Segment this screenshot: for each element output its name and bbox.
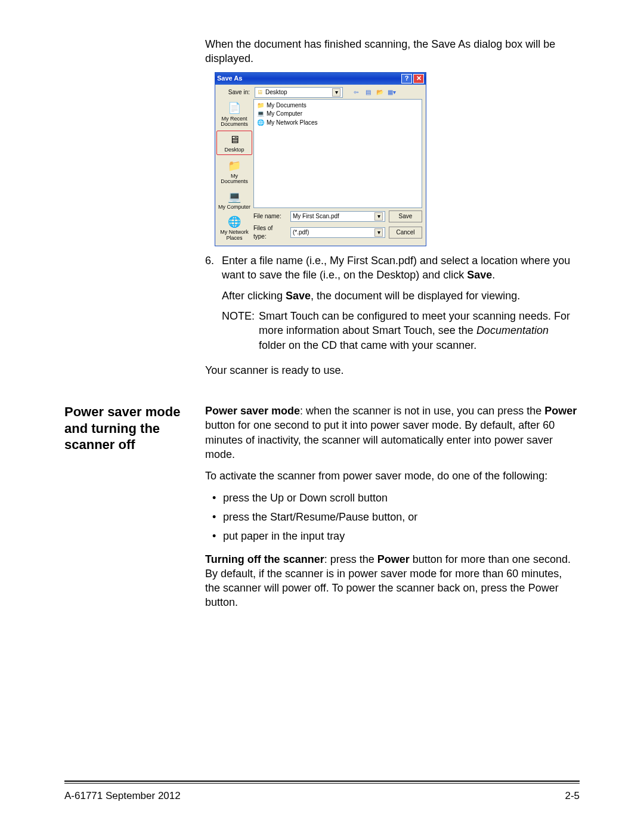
save-in-value: Desktop (265, 88, 287, 97)
filename-input[interactable]: My First Scan.pdf ▾ (290, 211, 385, 222)
save-in-combo[interactable]: 🖥 Desktop ▾ (255, 87, 343, 98)
place-network[interactable]: 🌐 My Network Places (216, 213, 252, 242)
mydocs-icon: 📁 (225, 159, 243, 173)
intro-text: When the document has finished scanning,… (205, 37, 576, 66)
desktop-place-icon: 🖥 (225, 132, 243, 147)
save-as-dialog: Save As ? ✕ Save in: 🖥 Desktop ▾ ⇦ ▤ 📂 ▦… (215, 72, 426, 247)
bullet-2: press the Start/Resume/Pause button, or (212, 510, 580, 524)
note-body: Smart Touch can be configured to meet yo… (259, 309, 576, 352)
footer-right: 2-5 (565, 789, 580, 803)
note-label: NOTE: (222, 309, 259, 352)
after-save-text: After clicking Save, the document will b… (222, 289, 576, 303)
desktop-icon: 🖥 (257, 88, 263, 97)
network-icon: 🌐 (225, 215, 243, 229)
folder-icon: 📁 (257, 101, 264, 109)
step-number: 6. (205, 253, 222, 283)
titlebar: Save As ? ✕ (215, 73, 426, 85)
save-button[interactable]: Save (389, 210, 422, 222)
save-as-dialog-figure: Save As ? ✕ Save in: 🖥 Desktop ▾ ⇦ ▤ 📂 ▦… (215, 72, 566, 247)
power-saver-para: Power saver mode: when the scanner is no… (205, 404, 580, 462)
filetype-combo[interactable]: (*.pdf) ▾ (290, 227, 385, 238)
file-list[interactable]: 📁My Documents 💻My Computer 🌐My Network P… (253, 99, 422, 209)
new-folder-icon[interactable]: 📂 (375, 88, 385, 97)
list-item[interactable]: 📁My Documents (257, 101, 419, 110)
back-icon[interactable]: ⇦ (351, 88, 361, 97)
place-mydocs[interactable]: 📁 My Documents (216, 157, 252, 186)
up-one-level-icon[interactable]: ▤ (363, 88, 373, 97)
help-button[interactable]: ? (401, 74, 412, 83)
views-icon[interactable]: ▦▾ (387, 88, 397, 97)
step6-text: Enter a file name (i.e., My First Scan.p… (222, 253, 576, 283)
network-item-icon: 🌐 (257, 119, 264, 126)
list-item[interactable]: 🌐My Network Places (257, 119, 419, 127)
filetype-label: Files of type: (253, 224, 287, 240)
turning-off-para: Turning off the scanner: press the Power… (205, 552, 580, 610)
computer-icon: 💻 (257, 110, 264, 117)
place-desktop[interactable]: 🖥 Desktop (216, 131, 252, 154)
close-button[interactable]: ✕ (413, 74, 424, 83)
note: NOTE: Smart Touch can be configured to m… (222, 309, 576, 352)
bullet-1: press the Up or Down scroll button (212, 491, 580, 505)
chevron-down-icon: ▾ (374, 212, 383, 221)
filename-label: File name: (253, 212, 287, 221)
recent-icon: 📄 (225, 101, 243, 116)
page-footer: A-61771 September 2012 2-5 (64, 781, 580, 803)
bullet-3: put paper in the input tray (212, 529, 580, 543)
ready-text: Your scanner is ready to use. (205, 363, 576, 377)
cancel-button[interactable]: Cancel (389, 227, 422, 239)
places-bar: 📄 My Recent Documents 🖥 Desktop 📁 My Doc… (215, 99, 253, 246)
section-heading: Power saver mode and turning the scanner… (64, 404, 205, 617)
save-in-label: Save in: (219, 88, 250, 97)
place-recent[interactable]: 📄 My Recent Documents (216, 100, 252, 129)
chevron-down-icon: ▾ (332, 88, 340, 97)
footer-left: A-61771 September 2012 (64, 789, 181, 803)
mycomp-icon: 💻 (225, 190, 243, 204)
place-mycomp[interactable]: 💻 My Computer (216, 188, 252, 211)
list-item[interactable]: 💻My Computer (257, 110, 419, 118)
chevron-down-icon: ▾ (374, 228, 383, 237)
activate-intro: To activate the scanner from power saver… (205, 469, 580, 483)
dialog-title: Save As (217, 74, 242, 83)
save-in-row: Save in: 🖥 Desktop ▾ ⇦ ▤ 📂 ▦▾ (215, 85, 426, 99)
